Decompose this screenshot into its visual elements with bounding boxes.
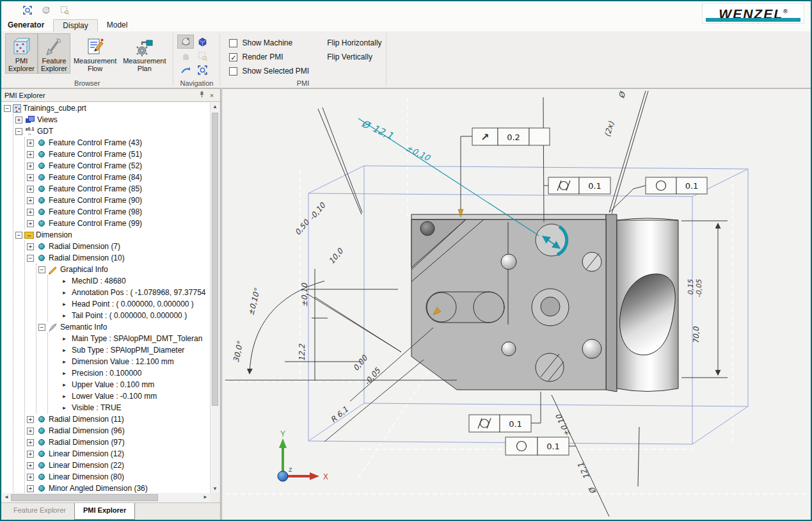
rotate-icon[interactable] xyxy=(40,4,51,15)
tree-item-feature-control-frame-98[interactable]: +Feature Control Frame (98) xyxy=(25,206,210,218)
pmi-explorer-button[interactable]: PMIExplorer xyxy=(5,33,38,74)
tree-item-head-point-0-000000-0-000000[interactable]: ▸Head Point : ( 0.000000, 0.000000 ) xyxy=(48,298,210,310)
panel-tab-feature-explorer[interactable]: Feature Explorer xyxy=(5,503,74,520)
scrollbar-thumb[interactable] xyxy=(212,113,218,406)
cad-model[interactable] xyxy=(411,214,678,392)
expand-toggle[interactable]: + xyxy=(27,416,34,423)
checkbox-box[interactable] xyxy=(229,39,237,47)
3d-viewport[interactable]: Ø12,1±0,10-0,100,5010,0±0,10°30,0°±0,101… xyxy=(221,88,811,520)
tree-item-minor-angled-dimension-36[interactable]: +Minor Angled Dimension (36) xyxy=(25,483,210,493)
tree-item-semantic-info[interactable]: −Semantic Info xyxy=(36,321,210,333)
expand-toggle[interactable]: + xyxy=(27,220,34,227)
expand-toggle[interactable]: + xyxy=(27,474,34,481)
feature-control-frame[interactable]: 0.1 xyxy=(469,415,531,432)
expand-toggle[interactable]: − xyxy=(4,105,11,112)
panel-tab-pmi-explorer[interactable]: PMI Explorer xyxy=(74,503,135,520)
scroll-up-icon[interactable]: ▲ xyxy=(211,104,219,109)
tree-item-radial-dimension-10[interactable]: −Radial Dimension (10) xyxy=(25,252,210,264)
tab-model[interactable]: Model xyxy=(98,19,137,31)
tab-display[interactable]: Display xyxy=(53,19,97,31)
zoom-window-icon[interactable] xyxy=(59,4,70,15)
tree-item-main-type-spaloppmi-dmt-toleran[interactable]: ▸Main Type : SPAlopPMI_DMT_Toleran xyxy=(48,333,210,344)
tree-item-precision-0-100000[interactable]: ▸Precision : 0.100000 xyxy=(48,367,210,379)
expand-toggle[interactable]: − xyxy=(27,255,34,262)
expand-toggle[interactable]: + xyxy=(27,485,34,492)
scrollbar-thumb[interactable] xyxy=(11,494,158,501)
checkbox-box[interactable] xyxy=(229,67,237,76)
expand-toggle[interactable]: + xyxy=(27,163,34,170)
checkbox-show-machine[interactable]: Show Machine xyxy=(229,36,309,50)
tree-item-annotation-pos-1-078968-97-37754[interactable]: ▸Annotation Pos : ( -1.078968, 97.37754 xyxy=(48,287,210,298)
tree-item-radial-dimension-97[interactable]: +Radial Dimension (97) xyxy=(25,437,210,448)
expand-toggle[interactable]: + xyxy=(27,243,34,250)
tree-item-radial-dimension-96[interactable]: +Radial Dimension (96) xyxy=(25,425,210,437)
feature-explorer-button[interactable]: FeatureExplorer xyxy=(38,33,70,74)
zoom-window-icon[interactable] xyxy=(194,49,211,63)
expand-toggle[interactable]: + xyxy=(27,439,34,446)
tree-item-dimension[interactable]: −↔Dimension xyxy=(13,229,210,241)
tree-item-gdt[interactable]: −±0.1↔GDT xyxy=(13,125,210,137)
expand-toggle[interactable]: + xyxy=(27,140,34,147)
checkbox-render-pmi[interactable]: ✓Render PMI xyxy=(229,50,309,64)
tree-item-upper-value-0-100-mm[interactable]: ▸Upper Value : 0.100 mm xyxy=(48,379,210,390)
horizontal-scrollbar[interactable]: ◄ ► xyxy=(2,493,210,502)
tree-item-graphical-info[interactable]: −Graphical Info xyxy=(36,264,210,275)
tree-item-feature-control-frame-52[interactable]: +Feature Control Frame (52) xyxy=(25,160,210,172)
scroll-down-icon[interactable]: ▼ xyxy=(211,486,219,492)
tree-item-radial-dimension-7[interactable]: +Radial Dimension (7) xyxy=(25,241,210,252)
feature-control-frame[interactable]: 0.1 xyxy=(548,177,610,194)
option-flip-vertically[interactable]: Flip Vertically xyxy=(327,50,381,64)
cad-scene[interactable]: Ø12,1±0,10-0,100,5010,0±0,10°30,0°±0,101… xyxy=(222,89,812,521)
expand-toggle[interactable]: + xyxy=(27,197,34,204)
expand-toggle[interactable]: + xyxy=(27,428,34,435)
expand-toggle[interactable]: + xyxy=(27,151,34,158)
feature-control-frame[interactable]: 0.1 xyxy=(646,177,707,194)
tree-item-feature-control-frame-84[interactable]: +Feature Control Frame (84) xyxy=(25,172,210,183)
expand-toggle[interactable]: − xyxy=(38,266,45,273)
tree-item-dimension-value-12-100-mm[interactable]: ▸Dimension Value : 12.100 mm xyxy=(48,356,210,367)
expand-toggle[interactable]: − xyxy=(15,232,22,239)
expand-toggle[interactable]: + xyxy=(27,186,34,193)
feature-control-frame[interactable]: 0.1 xyxy=(506,437,569,455)
pan-icon[interactable] xyxy=(177,49,194,63)
pin-icon[interactable] xyxy=(196,91,207,99)
tree-item-mechid-48680[interactable]: ▸MechID : 48680 xyxy=(48,275,210,287)
tree-item-feature-control-frame-90[interactable]: +Feature Control Frame (90) xyxy=(25,195,210,206)
tree-item-feature-control-frame-85[interactable]: +Feature Control Frame (85) xyxy=(25,183,210,195)
view-cube-icon[interactable] xyxy=(194,35,211,49)
close-icon[interactable]: × xyxy=(207,92,217,99)
tree-item-feature-control-frame-51[interactable]: +Feature Control Frame (51) xyxy=(25,148,210,160)
zoom-fit-icon[interactable] xyxy=(194,63,211,77)
expand-toggle[interactable]: − xyxy=(38,324,45,331)
tree-item-radial-dimension-11[interactable]: +Radial Dimension (11) xyxy=(25,413,210,425)
return-arrow-icon[interactable] xyxy=(177,63,194,77)
expand-toggle[interactable]: + xyxy=(27,174,34,181)
checkbox-box[interactable]: ✓ xyxy=(229,53,237,61)
tree-item-tail-point-0-000000-0-000000[interactable]: ▸Tail Point : ( 0.000000, 0.000000 ) xyxy=(48,310,210,321)
feature-control-frame[interactable]: ↗0.2 xyxy=(472,128,550,145)
expand-toggle[interactable]: + xyxy=(27,462,34,469)
checkbox-show-selected-pmi[interactable]: Show Selected PMI xyxy=(229,64,309,78)
expand-toggle[interactable]: + xyxy=(27,209,34,216)
tree-item-linear-dimension-80[interactable]: +Linear Dimension (80) xyxy=(25,471,210,483)
tab-generator[interactable]: Generator xyxy=(5,19,53,31)
tree-item-feature-control-frame-43[interactable]: +Feature Control Frame (43) xyxy=(25,137,210,148)
tree-item-sub-type-spaloppmi-diameter[interactable]: ▸Sub Type : SPAlopPMI_Diameter xyxy=(48,344,210,356)
option-flip-horizontally[interactable]: Flip Horizontally xyxy=(327,36,381,50)
vertical-scrollbar[interactable]: ▲ ▼ xyxy=(210,102,219,493)
tree-item-feature-control-frame-99[interactable]: +Feature Control Frame (99) xyxy=(25,218,210,229)
scroll-left-icon[interactable]: ◄ xyxy=(4,494,9,500)
tree-item-visible-true[interactable]: ▸Visible : TRUE xyxy=(48,402,210,413)
tree-item-lower-value-0-100-mm[interactable]: ▸Lower Value : -0.100 mm xyxy=(48,390,210,402)
expand-toggle[interactable]: + xyxy=(15,116,22,124)
scroll-right-icon[interactable]: ► xyxy=(203,494,208,500)
zoom-fit-icon[interactable] xyxy=(22,4,33,15)
tree-item-trainings-cube-prt[interactable]: −Trainings_cube.prt xyxy=(2,102,210,114)
orbit-icon[interactable] xyxy=(177,35,194,49)
tree-item-linear-dimension-22[interactable]: +Linear Dimension (22) xyxy=(25,460,210,471)
expand-toggle[interactable]: − xyxy=(15,128,22,135)
tree-item-linear-dimension-12[interactable]: +Linear Dimension (12) xyxy=(25,448,210,460)
measurement-plan-button[interactable]: MeasurementPlan xyxy=(120,33,169,74)
measurement-flow-button[interactable]: MeasurementFlow xyxy=(70,33,120,74)
expand-toggle[interactable]: + xyxy=(27,451,34,458)
